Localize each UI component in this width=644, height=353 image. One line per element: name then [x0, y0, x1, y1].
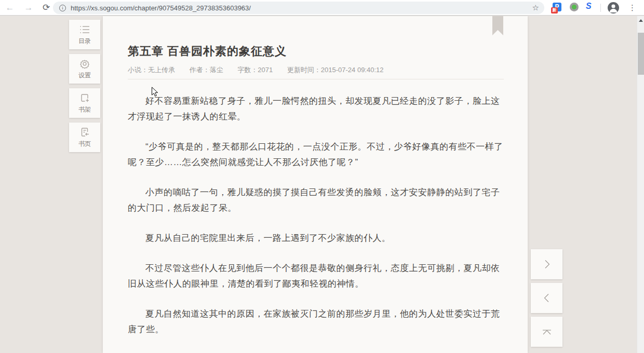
reader-page: 目录 设置 书架 书页 — [0, 16, 644, 353]
paragraph: “少爷可真是的，整天都那么口花花的，一点没个正形。不过，少爷好像真的有些不一样了… — [128, 139, 504, 170]
scroll-up-button[interactable] — [637, 19, 644, 28]
paragraph: 不过尽管这些仆人在见到他后一个个都很是恭敬的侧身行礼，态度上无可挑剔，夏凡却依旧… — [128, 261, 504, 292]
chapter-meta: 小说：无上传承 作者：落尘 字数：2071 更新时间：2015-07-24 09… — [128, 65, 504, 75]
profile-avatar-icon[interactable] — [608, 2, 619, 13]
prev-chapter-icon — [541, 292, 553, 304]
next-chapter-icon — [541, 259, 553, 270]
sidebar-item-settings[interactable]: 设置 — [69, 54, 100, 84]
browser-forward-icon[interactable]: → — [22, 1, 35, 15]
scroll-up-arrow-icon — [639, 19, 643, 22]
sidebar-item-label: 书架 — [78, 105, 91, 114]
scrollbar-thumb[interactable] — [638, 33, 644, 75]
sidebar-item-bookshelf[interactable]: 书架 — [69, 88, 100, 118]
meta-wordcount: 字数：2071 — [237, 66, 273, 74]
browser-menu-icon[interactable]: ⋮ — [628, 2, 636, 14]
sidebar-item-label: 目录 — [78, 37, 91, 46]
bookmark-star-icon[interactable]: ☆ — [532, 3, 539, 12]
paragraph: 夏凡从自己的宅院里出来后，一路上遇到了不少家族的仆人。 — [128, 230, 504, 246]
browser-back-icon[interactable]: ← — [3, 1, 17, 15]
chapter-float-nav — [531, 249, 562, 350]
next-chapter-button[interactable] — [531, 249, 562, 279]
chapter-title: 第五章 百兽园朴素的象征意义 — [128, 44, 504, 59]
meta-novel: 小说：无上传承 — [128, 66, 175, 74]
chapter-article: 第五章 百兽园朴素的象征意义 小说：无上传承 作者：落尘 字数：2071 更新时… — [128, 16, 504, 353]
green-dot — [572, 5, 576, 9]
bookshelf-add-icon — [78, 92, 91, 104]
sidebar-item-label: 设置 — [78, 71, 91, 80]
meta-updated: 更新时间：2015-07-24 09:40:12 — [287, 66, 384, 74]
reader-side-tools: 目录 设置 书架 书页 — [69, 20, 100, 157]
toolbar-separator — [600, 4, 601, 12]
toc-list-icon — [78, 24, 91, 35]
browser-toolbar: ← → ⟳ i https://xs.sogou.com/chapter/907… — [0, 0, 644, 16]
extension-sogou-s-icon[interactable]: S — [586, 2, 592, 11]
person-icon — [608, 2, 619, 13]
sidebar-item-catalog[interactable]: 目录 — [69, 20, 100, 49]
extension-green-dot-icon[interactable] — [570, 3, 579, 11]
address-bar[interactable]: i https://xs.sogou.com/chapter/907549528… — [53, 2, 544, 14]
paragraph: 小声的嘀咕了一句，雅儿疑惑的摸了摸自己有些发烫的脸颊，这才安安静静的站到了宅子的… — [128, 185, 504, 216]
url-text[interactable]: https://xs.sogou.com/chapter/907549528_2… — [71, 4, 532, 12]
extension-new-badge: 新 — [551, 7, 558, 13]
extension-sogou-p-icon[interactable]: P 新 — [553, 3, 561, 11]
meta-divider — [128, 79, 504, 79]
sidebar-item-label: 书页 — [78, 140, 91, 148]
page-info-icon[interactable]: i — [59, 5, 66, 11]
meta-author: 作者：落尘 — [190, 66, 223, 74]
prev-chapter-button[interactable] — [531, 283, 562, 313]
bookpage-back-icon — [78, 127, 91, 138]
back-to-top-icon — [541, 326, 553, 337]
back-to-top-button[interactable] — [531, 317, 562, 347]
browser-refresh-icon[interactable]: ⟳ — [39, 1, 53, 15]
sidebar-item-bookpage[interactable]: 书页 — [69, 123, 100, 152]
chapter-content-card: 第五章 百兽园朴素的象征意义 小说：无上传承 作者：落尘 字数：2071 更新时… — [103, 16, 528, 353]
paragraph: 好不容易重新站稳了身子，雅儿一脸愕然的扭头，却发现夏凡已经走的没了影子，脸上这才… — [128, 93, 504, 125]
gear-icon — [78, 58, 91, 70]
paragraph: 夏凡自然知道这其中的原因，在家族被灭门之前的那些岁月里，他的为人处世委实过于荒唐… — [128, 306, 504, 337]
page-scrollbar[interactable] — [637, 16, 644, 353]
chapter-body: 好不容易重新站稳了身子，雅儿一脸愕然的扭头，却发现夏凡已经走的没了影子，脸上这才… — [128, 93, 504, 353]
